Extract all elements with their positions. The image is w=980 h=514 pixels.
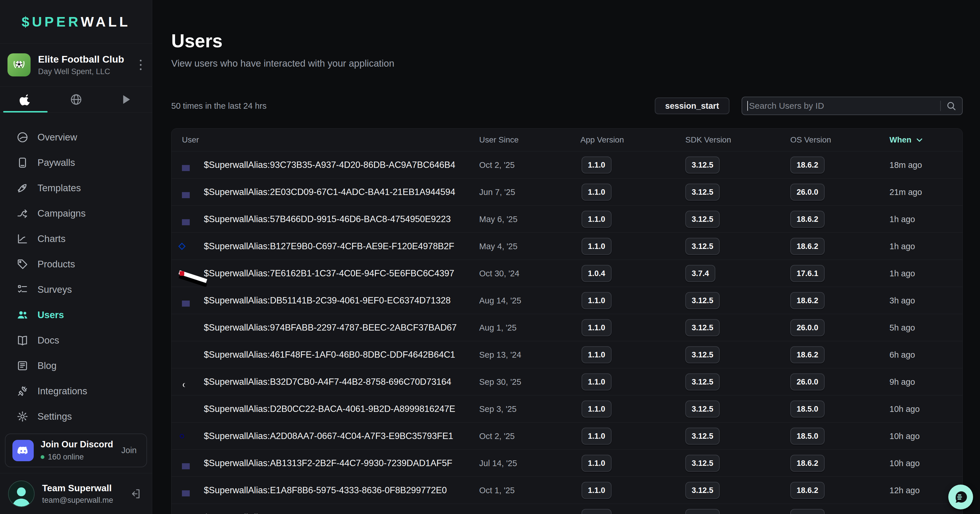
table-row[interactable]: $SuperwallAlias:93C73B35-A937-4D20-86DB-… <box>172 151 963 178</box>
app-version-badge: 1.1.0 <box>582 238 611 255</box>
table-row[interactable]: $SuperwallAlias:D2B0CC22-BACA-4061-9B2D-… <box>172 395 963 422</box>
user-id: $SuperwallAlias:DB51141B-2C39-4061-9EF0-… <box>204 295 451 306</box>
os-version-badge: 18.6.2 <box>790 210 825 228</box>
column-header-label: User Since <box>479 135 519 144</box>
account-row: Team Superwall team@superwall.me <box>0 473 152 514</box>
last-seen: 3h ago <box>889 296 915 305</box>
sidebar-item-users[interactable]: Users <box>0 302 152 328</box>
sidebar-item-docs[interactable]: Docs <box>0 328 152 353</box>
user-since: May 6, '25 <box>479 214 517 224</box>
sidebar-item-settings[interactable]: Settings <box>0 404 152 429</box>
user-id: $SuperwallAlias:B127E9B0-C697-4CFB-AE9E-… <box>204 241 454 251</box>
online-status-dot <box>41 455 45 459</box>
column-header-label: App Version <box>581 135 624 144</box>
sdk-version-badge: 3.12.5 <box>685 238 720 255</box>
sidebar-item-label: Users <box>38 309 64 320</box>
platform-tab-globe[interactable] <box>51 86 102 112</box>
user-since: Aug 14, '25 <box>479 296 521 305</box>
workspace-text: Elite Football Club Day Well Spent, LLC <box>38 54 129 76</box>
search-divider <box>940 101 941 111</box>
integrations-icon <box>16 385 29 398</box>
sdk-version-badge: 3.12.5 <box>685 400 720 417</box>
discord-icon <box>13 440 34 461</box>
app-version-badge: 1.1.0 <box>582 346 611 363</box>
sidebar-item-surveys[interactable]: Surveys <box>0 277 152 302</box>
os-version-badge: 18.6.2 <box>790 482 825 499</box>
user-since: Jul 14, '25 <box>479 458 517 468</box>
user-id: $SuperwallAlias:461F48FE-1AF0-46B0-8DBC-… <box>204 350 455 360</box>
search-icon[interactable] <box>945 100 957 111</box>
table-row[interactable]: $SuperwallAlias:974BFABB-2297-4787-BEEC-… <box>172 314 963 341</box>
os-version-badge: 26.0.0 <box>790 319 825 336</box>
user-id: $SuperwallAlias:7E6162B1-1C37-4C0E-94FC-… <box>204 268 454 278</box>
table-row[interactable]: $SuperwallAlias:B127E9B0-C697-4CFB-AE9E-… <box>172 232 963 259</box>
table-row[interactable]: $SuperwallAlias:AB1313F2-2B2F-44C7-9930-… <box>172 449 963 476</box>
sdk-version-badge: 3.12.5 <box>685 292 720 309</box>
app-version-badge: 1.1.0 <box>582 509 611 514</box>
paywalls-icon <box>16 156 29 169</box>
app-version-badge: 1.1.0 <box>582 183 611 201</box>
app-version-badge: 1.1.0 <box>582 292 611 309</box>
search-input[interactable] <box>749 101 935 111</box>
user-id: $SuperwallAlias:73EBEE98-A448-44EB-87A9-… <box>204 512 453 514</box>
column-header-label: User <box>182 135 199 144</box>
sdk-version-badge: 3.12.5 <box>685 346 720 363</box>
sidebar-item-blog[interactable]: Blog <box>0 353 152 379</box>
account-text: Team Superwall team@superwall.me <box>42 483 120 505</box>
sidebar-item-label: Templates <box>38 183 81 194</box>
sidebar-spacer <box>0 429 152 433</box>
toolbar-controls: session_start <box>655 97 963 115</box>
table-row[interactable]: $SuperwallAlias:57B466DD-9915-46D6-BAC8-… <box>172 205 963 232</box>
table-row[interactable]: $SuperwallAlias:7E6162B1-1C37-4C0E-94FC-… <box>172 259 963 287</box>
app-version-badge: 1.1.0 <box>582 156 611 173</box>
avatar[interactable] <box>8 481 35 507</box>
account-name: Team Superwall <box>42 483 120 493</box>
app-version-badge: 1.1.0 <box>582 455 611 472</box>
logout-icon[interactable] <box>127 485 144 502</box>
os-version-badge: 18.6.2 <box>790 455 825 472</box>
sidebar-item-overview[interactable]: Overview <box>0 125 152 150</box>
sidebar-item-label: Paywalls <box>38 157 75 168</box>
table-header: UserUser SinceApp VersionSDK VersionOS V… <box>172 129 963 151</box>
chevron-down-icon <box>915 135 924 145</box>
sidebar-item-charts[interactable]: Charts <box>0 226 152 251</box>
last-seen: 1h ago <box>889 214 915 224</box>
platform-tab-google-play[interactable] <box>101 86 152 112</box>
os-version-badge: 18.6.2 <box>790 292 825 309</box>
sdk-version-badge: 3.12.5 <box>685 482 720 499</box>
os-version-badge: 26.0.0 <box>790 373 825 390</box>
table-row[interactable]: $SuperwallAlias:A2D08AA7-0667-4C04-A7F3-… <box>172 422 963 449</box>
sidebar-item-integrations[interactable]: Integrations <box>0 379 152 404</box>
platform-tab-apple[interactable] <box>0 86 51 112</box>
sidebar-item-label: Charts <box>38 233 65 244</box>
event-filter-button[interactable]: session_start <box>655 97 729 114</box>
sidebar-item-products[interactable]: Products <box>0 251 152 277</box>
app-version-badge: 1.1.0 <box>582 400 611 417</box>
sidebar-item-paywalls[interactable]: Paywalls <box>0 150 152 175</box>
column-header-when[interactable]: When <box>889 135 924 145</box>
last-seen: 18m ago <box>889 160 922 170</box>
sidebar-item-label: Surveys <box>38 284 72 295</box>
workspace-selector[interactable]: Elite Football Club Day Well Spent, LLC <box>0 43 152 86</box>
table-body: $SuperwallAlias:93C73B35-A937-4D20-86DB-… <box>172 151 963 514</box>
table-row[interactable]: $SuperwallAlias:DB51141B-2C39-4061-9EF0-… <box>172 287 963 314</box>
user-since: Oct 2, '25 <box>479 431 515 441</box>
table-row[interactable]: $SuperwallAlias:461F48FE-1AF0-46B0-8DBC-… <box>172 341 963 368</box>
sidebar-item-campaigns[interactable]: Campaigns <box>0 201 152 226</box>
table-row[interactable]: $SuperwallAlias:B32D7CB0-A4F7-44B2-8758-… <box>172 368 963 395</box>
workspace-menu-button[interactable] <box>137 58 145 72</box>
sidebar-item-label: Overview <box>38 132 77 143</box>
user-id: $SuperwallAlias:B32D7CB0-A4F7-44B2-8758-… <box>204 377 451 387</box>
user-id: $SuperwallAlias:93C73B35-A937-4D20-86DB-… <box>204 160 455 170</box>
discord-join-button[interactable]: Join <box>121 446 140 455</box>
user-since: Jun 7, '25 <box>479 187 515 197</box>
table-row[interactable]: $SuperwallAlias:2E03CD09-67C1-4ADC-BA41-… <box>172 178 963 205</box>
discord-card[interactable]: Join Our Discord 160 online Join <box>5 433 147 467</box>
sidebar-item-templates[interactable]: Templates <box>0 175 152 201</box>
chat-fab-button[interactable] <box>948 485 973 509</box>
table-row[interactable]: $SuperwallAlias:E1A8F8B6-5975-4333-8636-… <box>172 476 963 504</box>
table-row[interactable]: $SuperwallAlias:73EBEE98-A448-44EB-87A9-… <box>172 504 963 514</box>
user-id: $SuperwallAlias:E1A8F8B6-5975-4333-8636-… <box>204 485 447 495</box>
search-box[interactable] <box>741 97 963 115</box>
user-since: Oct 30, '24 <box>479 269 519 278</box>
